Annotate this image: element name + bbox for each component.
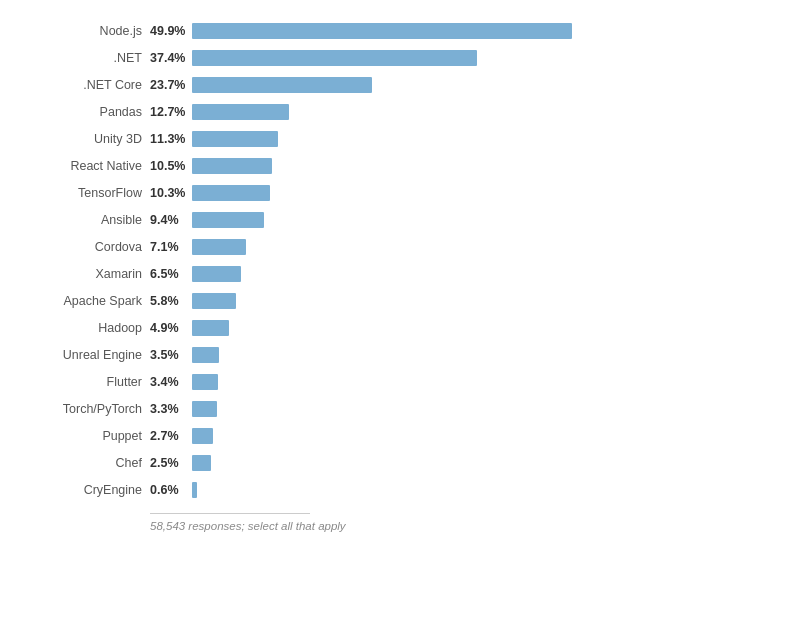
bar-percentage: 3.5%: [150, 348, 192, 362]
chart-row: Chef2.5%: [20, 452, 772, 474]
bar-percentage: 11.3%: [150, 132, 192, 146]
bar-container: [192, 428, 772, 444]
bar-label: Ansible: [20, 213, 150, 227]
bar-percentage: 3.3%: [150, 402, 192, 416]
bar-label: Unreal Engine: [20, 348, 150, 362]
chart-row: Xamarin6.5%: [20, 263, 772, 285]
bar: [192, 482, 197, 498]
bar-percentage: 12.7%: [150, 105, 192, 119]
bar-percentage: 3.4%: [150, 375, 192, 389]
bar-container: [192, 374, 772, 390]
bar-label: .NET: [20, 51, 150, 65]
bar: [192, 50, 477, 66]
bar-container: [192, 23, 772, 39]
chart-row: .NET37.4%: [20, 47, 772, 69]
bar-label: Puppet: [20, 429, 150, 443]
chart-row: TensorFlow10.3%: [20, 182, 772, 204]
bar-percentage: 9.4%: [150, 213, 192, 227]
bar-label: CryEngine: [20, 483, 150, 497]
chart-row: Apache Spark5.8%: [20, 290, 772, 312]
bar-container: [192, 239, 772, 255]
bar-label: Xamarin: [20, 267, 150, 281]
chart-row: Node.js49.9%: [20, 20, 772, 42]
bar-label: TensorFlow: [20, 186, 150, 200]
bar-container: [192, 77, 772, 93]
chart-row: .NET Core23.7%: [20, 74, 772, 96]
bar-container: [192, 212, 772, 228]
chart-row: CryEngine0.6%: [20, 479, 772, 501]
bar-percentage: 23.7%: [150, 78, 192, 92]
bar-container: [192, 401, 772, 417]
chart-row: Ansible9.4%: [20, 209, 772, 231]
bar-label: .NET Core: [20, 78, 150, 92]
bar: [192, 77, 372, 93]
bar: [192, 347, 219, 363]
bar-percentage: 0.6%: [150, 483, 192, 497]
bar-container: [192, 185, 772, 201]
bar-label: Torch/PyTorch: [20, 402, 150, 416]
bar-container: [192, 104, 772, 120]
bar: [192, 293, 236, 309]
bar-label: Cordova: [20, 240, 150, 254]
bar-percentage: 2.5%: [150, 456, 192, 470]
bar: [192, 455, 211, 471]
bar-percentage: 49.9%: [150, 24, 192, 38]
bar-percentage: 4.9%: [150, 321, 192, 335]
bar-container: [192, 131, 772, 147]
chart-row: Unreal Engine3.5%: [20, 344, 772, 366]
divider: [150, 513, 310, 514]
bar-label: Flutter: [20, 375, 150, 389]
bar: [192, 212, 264, 228]
chart-row: Unity 3D11.3%: [20, 128, 772, 150]
bar-label: Chef: [20, 456, 150, 470]
chart-row: Cordova7.1%: [20, 236, 772, 258]
bar-container: [192, 293, 772, 309]
bar-container: [192, 320, 772, 336]
bar-label: Unity 3D: [20, 132, 150, 146]
chart-row: Flutter3.4%: [20, 371, 772, 393]
bar-percentage: 37.4%: [150, 51, 192, 65]
bar: [192, 401, 217, 417]
chart-row: Hadoop4.9%: [20, 317, 772, 339]
bar: [192, 185, 270, 201]
chart-row: Pandas12.7%: [20, 101, 772, 123]
bar-percentage: 10.3%: [150, 186, 192, 200]
bar: [192, 320, 229, 336]
bar: [192, 131, 278, 147]
bar-label: React Native: [20, 159, 150, 173]
bar-label: Hadoop: [20, 321, 150, 335]
bar-percentage: 5.8%: [150, 294, 192, 308]
bar-container: [192, 455, 772, 471]
bar-container: [192, 482, 772, 498]
chart-row: React Native10.5%: [20, 155, 772, 177]
bar: [192, 428, 213, 444]
bar-percentage: 7.1%: [150, 240, 192, 254]
bar: [192, 374, 218, 390]
bar-container: [192, 347, 772, 363]
bar: [192, 23, 572, 39]
chart-row: Torch/PyTorch3.3%: [20, 398, 772, 420]
bar-label: Node.js: [20, 24, 150, 38]
bar: [192, 104, 289, 120]
bar-percentage: 2.7%: [150, 429, 192, 443]
chart-row: Puppet2.7%: [20, 425, 772, 447]
footnote: 58,543 responses; select all that apply: [150, 520, 772, 532]
bar-container: [192, 50, 772, 66]
bar-container: [192, 158, 772, 174]
bar-container: [192, 266, 772, 282]
bar: [192, 239, 246, 255]
bar: [192, 158, 272, 174]
bar-label: Pandas: [20, 105, 150, 119]
bar-label: Apache Spark: [20, 294, 150, 308]
bar-chart: Node.js49.9%.NET37.4%.NET Core23.7%Panda…: [20, 10, 772, 542]
bar: [192, 266, 241, 282]
bar-percentage: 6.5%: [150, 267, 192, 281]
bar-percentage: 10.5%: [150, 159, 192, 173]
